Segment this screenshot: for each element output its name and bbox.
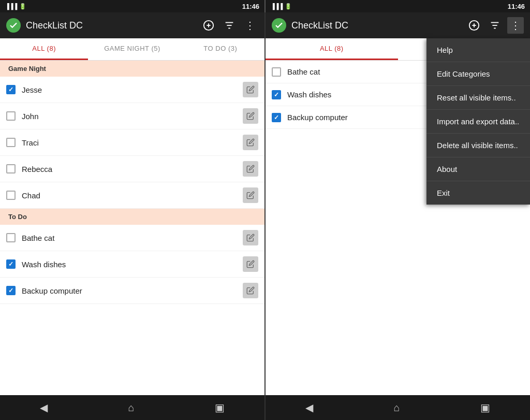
right-nav-bar: ◀ ⌂ ▣ (266, 395, 530, 420)
left-tab-game-night[interactable]: Game Night (5) (88, 38, 176, 60)
left-tab-bar: All (8) Game Night (5) To Do (3) (0, 38, 264, 61)
chad-edit-button[interactable] (243, 187, 258, 203)
rebecca-checkbox[interactable] (6, 164, 16, 173)
john-edit-button[interactable] (243, 108, 258, 124)
left-toolbar-actions: ⋮ (200, 17, 258, 34)
menu-import-export[interactable]: Import and export data.. (426, 110, 530, 134)
right-toolbar-actions: ⋮ (466, 17, 524, 34)
right-bathe-cat-checkbox[interactable] (272, 67, 281, 77)
left-home-button[interactable]: ⌂ (117, 398, 144, 418)
backup-computer-edit-button[interactable] (243, 283, 258, 298)
right-back-button[interactable]: ◀ (295, 397, 323, 418)
right-phone: CheckList DC ⋮ (266, 12, 530, 420)
backup-computer-label: Backup computer (22, 286, 243, 295)
bathe-cat-checkbox[interactable] (6, 233, 16, 242)
right-home-button[interactable]: ⌂ (383, 398, 410, 418)
right-toolbar: CheckList DC ⋮ (266, 12, 530, 38)
left-add-button[interactable] (200, 17, 217, 34)
list-item: John (0, 103, 264, 129)
menu-edit-categories[interactable]: Edit Categories (426, 62, 530, 86)
left-recent-button[interactable]: ▣ (204, 397, 235, 418)
list-item: Chad (0, 182, 264, 209)
left-list-content: Game Night Jesse John (0, 61, 264, 395)
rebecca-edit-button[interactable] (243, 161, 258, 177)
traci-checkbox[interactable] (6, 138, 16, 147)
bathe-cat-edit-button[interactable] (243, 230, 258, 245)
dropdown-menu: Help Edit Categories Reset all visible i… (426, 38, 530, 205)
right-tab-all[interactable]: All (8) (266, 38, 398, 60)
left-back-button[interactable]: ◀ (30, 397, 58, 418)
right-time: 11:46 (508, 3, 525, 10)
left-toolbar: CheckList DC ⋮ (0, 12, 264, 38)
right-recent-button[interactable]: ▣ (470, 397, 500, 418)
backup-computer-checkbox[interactable] (6, 286, 16, 295)
menu-reset-visible[interactable]: Reset all visible items.. (426, 86, 530, 110)
list-item: Jesse (0, 77, 264, 103)
bathe-cat-label: Bathe cat (22, 234, 243, 242)
right-filter-button[interactable] (487, 17, 503, 34)
jesse-checkbox[interactable] (6, 85, 16, 94)
right-battery-icon: 🔋 (285, 3, 292, 10)
john-checkbox[interactable] (6, 111, 16, 121)
left-phone: CheckList DC ⋮ (0, 12, 266, 420)
status-bar: ▐▐▐ 🔋 11:46 ▐▐▐ 🔋 11:46 (0, 0, 530, 12)
right-logo (272, 18, 286, 33)
right-wash-dishes-checkbox[interactable] (272, 90, 281, 99)
traci-edit-button[interactable] (243, 135, 258, 150)
list-item: Bathe cat (0, 225, 264, 251)
wash-dishes-edit-button[interactable] (243, 256, 258, 272)
menu-about[interactable]: About (426, 157, 530, 181)
chad-checkbox[interactable] (6, 191, 16, 200)
list-item: Traci (0, 129, 264, 156)
left-time: 11:46 (242, 3, 259, 10)
right-signal-area: ▐▐▐ 🔋 (271, 3, 292, 10)
list-item: Rebecca (0, 156, 264, 182)
right-status: ▐▐▐ 🔋 11:46 (266, 0, 530, 12)
left-more-button[interactable]: ⋮ (242, 17, 258, 34)
left-filter-button[interactable] (221, 17, 238, 34)
jesse-label: Jesse (22, 85, 243, 94)
john-label: John (22, 112, 243, 121)
game-night-header: Game Night (0, 61, 264, 77)
left-nav-bar: ◀ ⌂ ▣ (0, 395, 264, 420)
right-app-title: CheckList DC (291, 20, 466, 31)
phones-container: CheckList DC ⋮ (0, 12, 530, 420)
menu-exit[interactable]: Exit (426, 181, 530, 205)
traci-label: Traci (22, 138, 243, 147)
menu-help[interactable]: Help (426, 38, 530, 62)
wash-dishes-label: Wash dishes (22, 260, 243, 269)
list-item: Wash dishes (0, 251, 264, 278)
menu-delete-visible[interactable]: Delete all visible items.. (426, 134, 530, 157)
battery-icon: 🔋 (19, 3, 26, 10)
right-more-button[interactable]: ⋮ (507, 17, 524, 34)
chad-label: Chad (22, 191, 243, 200)
left-tab-all[interactable]: All (8) (0, 38, 88, 60)
left-signal-area: ▐▐▐ 🔋 (5, 3, 26, 10)
signal-icon: ▐▐▐ (5, 3, 17, 9)
left-app-title: CheckList DC (26, 20, 200, 31)
left-status: ▐▐▐ 🔋 11:46 (0, 0, 264, 12)
list-item: Backup computer (0, 278, 264, 304)
right-add-button[interactable] (466, 17, 482, 34)
right-backup-computer-checkbox[interactable] (272, 113, 281, 122)
right-signal-icon: ▐▐▐ (271, 3, 283, 9)
rebecca-label: Rebecca (22, 165, 243, 173)
jesse-edit-button[interactable] (243, 82, 258, 97)
to-do-header: To Do (0, 209, 264, 225)
wash-dishes-checkbox[interactable] (6, 259, 16, 269)
left-logo (6, 18, 21, 33)
left-tab-to-do[interactable]: To Do (3) (176, 38, 264, 60)
